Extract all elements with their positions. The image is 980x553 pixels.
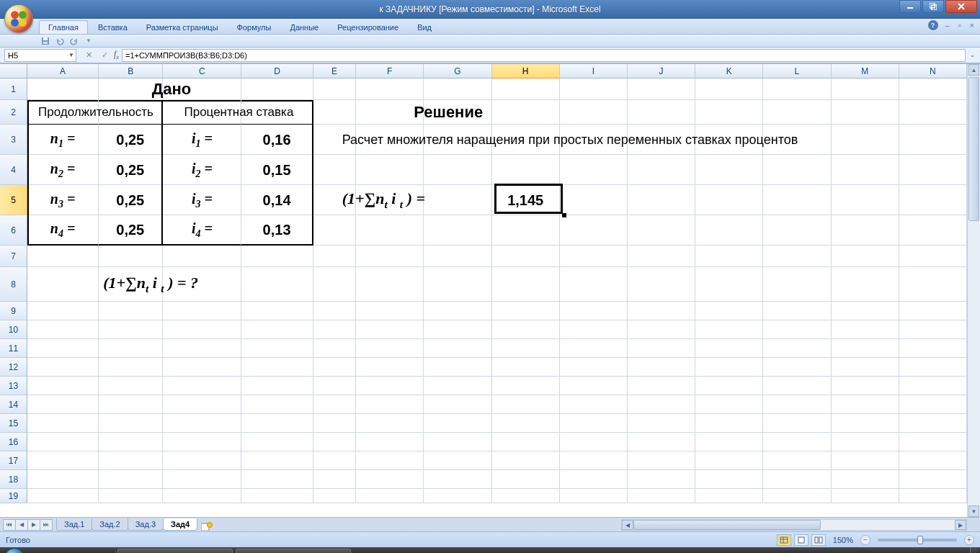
maximize-button[interactable] xyxy=(922,0,944,13)
zoom-level[interactable]: 150% xyxy=(833,536,853,544)
cell-M6[interactable] xyxy=(832,215,899,246)
cell-K16[interactable] xyxy=(695,433,763,451)
cell-J8[interactable] xyxy=(628,267,695,302)
cell-M12[interactable] xyxy=(832,358,899,377)
cell-H11[interactable] xyxy=(492,339,560,358)
cell-M5[interactable] xyxy=(832,185,899,215)
ribbon-tab-view[interactable]: Вид xyxy=(409,21,440,34)
cell-F10[interactable] xyxy=(356,320,424,339)
cell-G14[interactable] xyxy=(424,395,491,414)
cell-K18[interactable] xyxy=(695,470,763,489)
cell-I19[interactable] xyxy=(560,489,628,503)
cell-K2[interactable] xyxy=(695,100,763,125)
cell-L9[interactable] xyxy=(763,302,831,320)
cell-A10[interactable] xyxy=(27,320,99,339)
cell-D5[interactable]: 0,14 xyxy=(241,185,313,215)
formula-bar-input[interactable]: =1+СУММПРОИЗВ(B3:B6;D3:D6) xyxy=(122,49,966,62)
cell-J2[interactable] xyxy=(628,100,695,125)
cell-N14[interactable] xyxy=(899,395,967,414)
cell-K1[interactable] xyxy=(695,78,763,100)
cell-K8[interactable] xyxy=(695,267,763,302)
sheet-tab-3[interactable]: Зад.3 xyxy=(128,518,164,531)
cell-A5[interactable]: n3 = xyxy=(27,185,99,215)
cell-L4[interactable] xyxy=(763,155,831,185)
cell-D17[interactable] xyxy=(241,451,313,470)
ribbon-tab-data[interactable]: Данные xyxy=(281,21,327,34)
name-box-dropdown-icon[interactable]: ▼ xyxy=(68,52,74,58)
cell-M16[interactable] xyxy=(832,433,899,451)
cell-I1[interactable] xyxy=(560,78,628,100)
cell-D18[interactable] xyxy=(241,470,313,489)
cell-D13[interactable] xyxy=(241,377,313,395)
row-header-15[interactable]: 15 xyxy=(0,414,27,433)
cell-N17[interactable] xyxy=(899,451,967,470)
cell-D15[interactable] xyxy=(241,414,313,433)
sheet-tab-4[interactable]: Зад4 xyxy=(163,518,197,531)
cell-N19[interactable] xyxy=(899,489,967,503)
cell-L12[interactable] xyxy=(763,358,831,377)
cell-G4[interactable] xyxy=(424,155,491,185)
cell-C16[interactable] xyxy=(163,433,241,451)
ribbon-minimize-button[interactable]: – xyxy=(944,21,951,30)
cell-B3[interactable]: 0,25 xyxy=(99,125,163,155)
cell-I8[interactable] xyxy=(560,267,628,302)
column-header-K[interactable]: K xyxy=(695,64,763,78)
cell-F2[interactable]: Решение xyxy=(356,100,424,125)
formula-accept-button[interactable]: ✓ xyxy=(98,49,111,60)
cell-D16[interactable] xyxy=(241,433,313,451)
cell-L10[interactable] xyxy=(763,320,831,339)
view-pagebreak-button[interactable] xyxy=(811,534,826,546)
cell-H6[interactable] xyxy=(492,215,560,246)
cell-G16[interactable] xyxy=(424,433,491,451)
cell-A17[interactable] xyxy=(27,451,99,470)
cell-K11[interactable] xyxy=(695,339,763,358)
show-desktop-button[interactable] xyxy=(970,547,977,553)
start-button[interactable] xyxy=(0,547,29,553)
cell-H2[interactable] xyxy=(492,100,560,125)
cell-A4[interactable]: n2 = xyxy=(27,155,99,185)
formula-cancel-button[interactable]: ✕ xyxy=(82,49,95,60)
cell-A12[interactable] xyxy=(27,358,99,377)
cell-H14[interactable] xyxy=(492,395,560,414)
ribbon-tab-home[interactable]: Главная xyxy=(39,20,88,34)
cell-A15[interactable] xyxy=(27,414,99,433)
cell-E15[interactable] xyxy=(313,414,357,433)
cell-H5[interactable]: 1,145 xyxy=(492,185,560,215)
taskbar-pin-wmp[interactable] xyxy=(58,548,86,553)
cell-C13[interactable] xyxy=(163,377,241,395)
cell-J16[interactable] xyxy=(628,433,695,451)
cell-D11[interactable] xyxy=(241,339,313,358)
cell-B4[interactable]: 0,25 xyxy=(99,155,163,185)
ribbon-tab-pagelayout[interactable]: Разметка страницы xyxy=(138,21,227,34)
insert-function-button[interactable]: fx xyxy=(114,49,119,60)
taskbar-pin-explorer[interactable] xyxy=(29,548,58,553)
cell-N15[interactable] xyxy=(899,414,967,433)
cell-H7[interactable] xyxy=(492,246,560,267)
cell-I12[interactable] xyxy=(560,358,628,377)
cell-E2[interactable] xyxy=(313,100,357,125)
column-header-A[interactable]: A xyxy=(27,64,99,78)
ribbon-tab-review[interactable]: Рецензирование xyxy=(329,21,407,34)
cell-E5[interactable]: (1+∑nt i t ) = xyxy=(313,185,357,215)
row-header-16[interactable]: 16 xyxy=(0,433,27,451)
cell-I13[interactable] xyxy=(560,377,628,395)
cell-J7[interactable] xyxy=(628,246,695,267)
cell-D9[interactable] xyxy=(241,302,313,320)
cell-C10[interactable] xyxy=(163,320,241,339)
cell-M15[interactable] xyxy=(832,414,899,433)
cell-F15[interactable] xyxy=(356,414,424,433)
cell-N18[interactable] xyxy=(899,470,967,489)
cell-G8[interactable] xyxy=(424,267,491,302)
cell-J6[interactable] xyxy=(628,215,695,246)
cell-B16[interactable] xyxy=(99,433,163,451)
taskbar-task-excel[interactable]: X к ЗАДАЧНИКУ [Ре... xyxy=(236,549,351,553)
column-header-I[interactable]: I xyxy=(560,64,628,78)
cell-A11[interactable] xyxy=(27,339,99,358)
cell-F6[interactable] xyxy=(356,215,424,246)
cell-E18[interactable] xyxy=(313,470,357,489)
cell-H17[interactable] xyxy=(492,451,560,470)
cell-I14[interactable] xyxy=(560,395,628,414)
column-header-F[interactable]: F xyxy=(356,64,424,78)
row-header-2[interactable]: 2 xyxy=(0,100,27,125)
cell-D8[interactable] xyxy=(241,267,313,302)
